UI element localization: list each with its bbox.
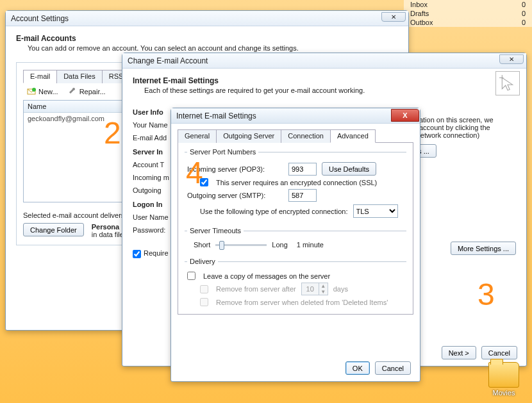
window-title: Internet E-mail Settings <box>176 111 256 120</box>
mail-item-count: 0 <box>522 19 526 26</box>
new-account-button[interactable]: New... <box>23 86 62 97</box>
use-defaults-button[interactable]: Use Defaults <box>322 162 376 176</box>
mail-item-count: 0 <box>522 10 526 17</box>
datafile-label: in data file <box>92 231 124 238</box>
remove-after-label: Remove from server after <box>216 285 296 293</box>
section-sub: Each of these settings are required to g… <box>144 86 516 94</box>
ok-button[interactable]: OK <box>345 361 370 375</box>
timeouts-group-label: Server Timeouts <box>187 227 244 234</box>
personal-folder-label: Persona <box>92 223 124 231</box>
label-smtp: Outgoing server (SMTP): <box>187 192 283 199</box>
require-checkbox[interactable] <box>133 250 141 258</box>
tip-text: our account by clicking the <box>407 124 516 131</box>
remove-deleted-label: Remove from server when deleted from 'De… <box>216 299 388 306</box>
window-title: Change E-mail Account <box>128 56 208 65</box>
tip-text: ormation on this screen, we <box>407 116 516 124</box>
days-spinner: 10 ▲▼ <box>301 283 328 295</box>
mail-item-label: Drafts <box>410 10 429 17</box>
more-settings-button[interactable]: More Settings ... <box>451 242 516 255</box>
leave-copy-label: Leave a copy of messages on the server <box>203 272 330 280</box>
timeout-slider[interactable] <box>215 244 267 246</box>
repair-account-button[interactable]: Repair... <box>64 86 110 97</box>
close-button[interactable]: X <box>391 109 419 122</box>
pop3-port-input[interactable] <box>288 163 317 176</box>
wrench-icon <box>68 87 77 96</box>
remove-after-checkbox <box>200 285 208 293</box>
close-button[interactable]: ✕ <box>499 54 524 64</box>
ssl-label: This server requires an encrypted connec… <box>216 179 377 186</box>
account-settings-titlebar: Account Settings <box>6 11 408 26</box>
encryption-select[interactable]: TLS <box>353 204 398 218</box>
mail-folder-panel: Inbox0 Drafts0 Outbox0 <box>404 0 532 27</box>
smtp-port-input[interactable] <box>288 189 317 202</box>
days-label: days <box>333 285 348 293</box>
section-heading: Internet E-mail Settings <box>133 76 516 85</box>
internet-email-settings-dialog: Internet E-mail Settings X General Outgo… <box>170 108 420 382</box>
label-short: Short <box>194 241 210 249</box>
mail-item-label: Inbox <box>410 1 428 8</box>
dialog-titlebar: Internet E-mail Settings <box>171 108 420 124</box>
delivery-group-label: Delivery <box>187 258 218 265</box>
mail-item-label: Outbox <box>410 19 433 26</box>
label-long: Long <box>272 241 287 249</box>
change-email-titlebar: Change E-mail Account <box>122 53 526 69</box>
close-button[interactable]: ✕ <box>381 12 406 22</box>
section-sub: You can add or remove an account. You ca… <box>28 44 398 52</box>
cancel-button[interactable]: Cancel <box>481 346 517 359</box>
ports-group-label: Server Port Numbers <box>187 148 258 156</box>
leave-copy-checkbox[interactable] <box>187 272 195 280</box>
mail-new-icon <box>27 87 36 96</box>
require-label: Require <box>144 249 169 257</box>
cancel-button[interactable]: Cancel <box>375 361 411 375</box>
cursor-hint-icon <box>495 71 520 95</box>
mail-item-count: 0 <box>522 1 526 8</box>
timeout-value: 1 minute <box>297 241 324 249</box>
tip-text: es network connection) <box>407 131 516 139</box>
desktop-folder[interactable]: Movies <box>488 362 519 397</box>
window-title: Account Settings <box>11 14 69 23</box>
section-heading: E-mail Accounts <box>16 34 398 43</box>
desktop-folder-label: Movies <box>493 389 515 397</box>
tab-advanced[interactable]: Advanced <box>330 129 376 143</box>
change-folder-button[interactable]: Change Folder <box>23 223 84 236</box>
dialog-tabs: General Outgoing Server Connection Advan… <box>178 129 413 143</box>
label-pop3: Incoming server (POP3): <box>187 165 283 173</box>
next-button[interactable]: Next > <box>442 346 476 359</box>
tab-email[interactable]: E-mail <box>23 70 57 83</box>
tab-datafiles[interactable]: Data Files <box>56 70 103 83</box>
remove-deleted-checkbox <box>200 298 208 306</box>
svg-point-1 <box>32 88 36 92</box>
tab-connection[interactable]: Connection <box>281 129 331 143</box>
label-encryption: Use the following type of encrypted conn… <box>200 208 348 215</box>
tab-outgoing[interactable]: Outgoing Server <box>216 129 281 143</box>
folder-icon <box>488 362 519 388</box>
test-settings-heading: ngs <box>407 108 516 116</box>
tab-general[interactable]: General <box>178 129 217 143</box>
ssl-checkbox[interactable] <box>200 178 208 186</box>
